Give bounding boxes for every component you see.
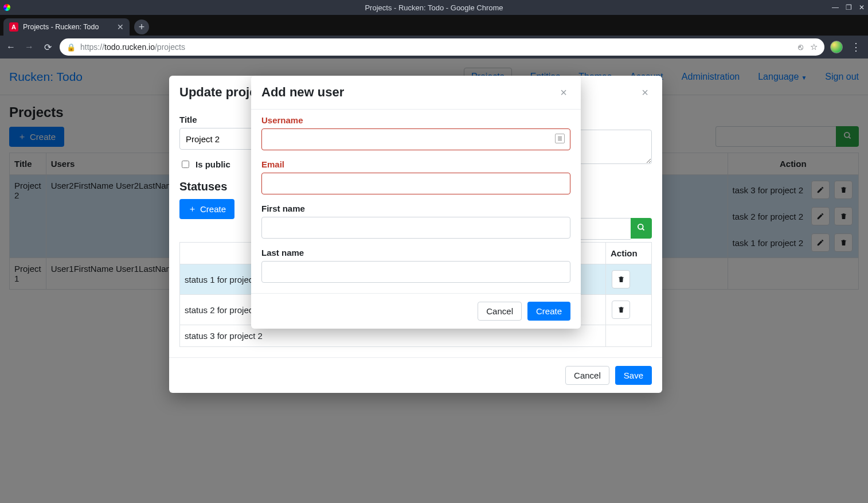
save-button[interactable]: Save — [615, 366, 652, 385]
delete-status-button[interactable] — [612, 270, 630, 288]
create-status-button[interactable]: ＋ Create — [179, 199, 234, 219]
svg-line-3 — [642, 228, 644, 230]
angular-favicon-icon: A — [9, 22, 18, 32]
window-close-icon[interactable]: ✕ — [859, 3, 865, 11]
os-titlebar: Projects - Rucken: Todo - Google Chrome … — [0, 0, 868, 15]
window-minimize-icon[interactable]: — — [832, 3, 839, 11]
tab-title: Projects - Rucken: Todo — [23, 23, 99, 31]
lock-icon: 🔒 — [67, 43, 76, 52]
first-name-input[interactable] — [261, 217, 570, 239]
os-window-title: Projects - Rucken: Todo - Google Chrome — [365, 3, 503, 12]
reload-icon[interactable]: ⟳ — [41, 42, 54, 53]
username-label: Username — [261, 115, 570, 125]
chrome-app-icon — [3, 4, 10, 11]
autofill-icon[interactable]: ≣ — [555, 134, 565, 143]
email-label: Email — [261, 159, 570, 169]
create-button[interactable]: Create — [527, 302, 570, 321]
translate-icon[interactable]: ⎋ — [798, 42, 803, 52]
new-tab-button[interactable]: + — [134, 20, 149, 34]
last-name-label: Last name — [261, 248, 570, 258]
omnibox[interactable]: 🔒 https://todo.rucken.io/projects ⎋ ☆ — [60, 38, 824, 56]
cancel-button[interactable]: Cancel — [478, 302, 522, 321]
cancel-button[interactable]: Cancel — [565, 366, 609, 385]
search-icon — [637, 223, 646, 233]
email-input[interactable] — [261, 173, 570, 194]
chrome-menu-icon[interactable]: ⋮ — [849, 41, 863, 53]
plus-icon: ＋ — [188, 204, 197, 215]
is-public-label: Is public — [196, 159, 230, 169]
url-text: https://todo.rucken.io/projects — [80, 42, 185, 52]
forward-icon: → — [23, 42, 36, 52]
close-icon[interactable]: × — [638, 85, 652, 100]
add-user-modal: Add new user × Username ≣ Email First na… — [251, 76, 581, 329]
browser-toolbar: ← → ⟳ 🔒 https://todo.rucken.io/projects … — [0, 36, 868, 59]
bookmark-star-icon[interactable]: ☆ — [810, 42, 818, 52]
svg-point-2 — [638, 224, 643, 229]
browser-tabstrip: A Projects - Rucken: Todo ✕ + — [0, 15, 868, 36]
profile-avatar[interactable] — [830, 41, 843, 53]
tab-close-icon[interactable]: ✕ — [117, 22, 124, 32]
status-col-action: Action — [606, 243, 652, 264]
modal-title: Add new user — [261, 85, 344, 100]
username-input[interactable] — [261, 128, 570, 150]
window-maximize-icon[interactable]: ❐ — [846, 3, 852, 11]
is-public-checkbox[interactable] — [182, 161, 189, 168]
close-icon[interactable]: × — [557, 85, 570, 100]
last-name-input[interactable] — [261, 261, 570, 283]
first-name-label: First name — [261, 204, 570, 213]
back-icon[interactable]: ← — [5, 42, 17, 52]
browser-tab[interactable]: A Projects - Rucken: Todo ✕ — [3, 18, 130, 36]
status-search-button[interactable] — [631, 218, 652, 239]
delete-status-button[interactable] — [612, 301, 630, 319]
